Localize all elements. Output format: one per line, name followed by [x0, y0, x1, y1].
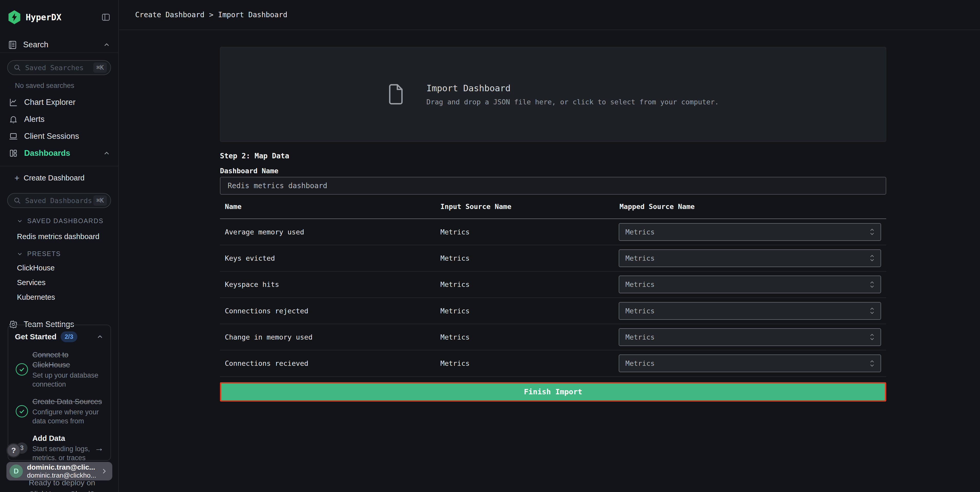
mapping-table-header: Name Input Source Name Mapped Source Nam… — [220, 194, 886, 219]
plus-icon: + — [14, 173, 24, 183]
select-chevrons-icon — [868, 227, 876, 237]
search-icon — [13, 197, 21, 204]
select-chevrons-icon — [868, 306, 876, 315]
step-label: Step 2: Map Data — [220, 152, 886, 160]
chevron-up-icon[interactable] — [103, 149, 110, 157]
journal-search-icon — [8, 40, 17, 49]
dashboard-name-input[interactable] — [220, 177, 886, 194]
mapped-source-select[interactable]: Metrics — [619, 223, 881, 241]
select-chevrons-icon — [868, 359, 876, 368]
breadcrumb: Create Dashboard>Import Dashboard — [135, 11, 287, 19]
get-started-item-connect[interactable]: Connect to ClickHouse Set up your databa… — [15, 350, 104, 389]
chevron-up-icon[interactable] — [96, 333, 104, 341]
saved-dashboards-input[interactable]: Saved Dashboards ⌘K — [7, 193, 111, 208]
select-chevrons-icon — [868, 332, 876, 342]
no-saved-searches-note: No saved searches — [0, 75, 118, 90]
shortcut-badge: ⌘K — [93, 62, 107, 73]
mapped-source-select[interactable]: Metrics — [619, 328, 881, 346]
hyperdx-logo-icon[interactable] — [8, 10, 21, 24]
sidebar-item-kubernetes[interactable]: Kubernetes — [0, 293, 118, 301]
user-email: dominic.tran@clickho... — [27, 471, 100, 479]
get-started-item-add-data[interactable]: 3 Add Data Start sending logs, metrics, … — [15, 433, 104, 461]
search-icon — [13, 64, 21, 72]
sidebar-nav: Chart Explorer Alerts Client Sessions Da… — [0, 94, 118, 166]
laptop-icon — [9, 132, 18, 141]
mapped-source-select[interactable]: Metrics — [619, 302, 881, 320]
presets-header[interactable]: PRESETS — [0, 250, 118, 258]
app-root: HyperDX Search Saved Searches ⌘K No save… — [0, 0, 980, 492]
chevron-down-icon — [16, 218, 23, 225]
help-button[interactable]: ? — [6, 443, 21, 457]
main-area: Create Dashboard>Import Dashboard Import… — [119, 0, 980, 492]
import-content: Import Dashboard Drag and drop a JSON fi… — [220, 47, 886, 401]
sidebar-item-alerts[interactable]: Alerts — [0, 111, 118, 128]
logo-row: HyperDX — [0, 0, 118, 24]
get-started-header[interactable]: Get Started 2/3 — [15, 331, 104, 342]
select-chevrons-icon — [868, 253, 876, 263]
chart-icon — [9, 98, 18, 107]
json-dropzone[interactable]: Import Dashboard Drag and drop a JSON fi… — [220, 47, 886, 142]
dashboard-name-label: Dashboard Name — [220, 167, 886, 175]
check-circle-icon — [15, 404, 29, 418]
saved-searches-input[interactable]: Saved Searches ⌘K — [7, 60, 111, 75]
get-started-panel: Get Started 2/3 Connect to ClickHouse Se… — [8, 325, 111, 461]
presets-list: ClickHouse Services Kubernetes — [0, 264, 118, 301]
shortcut-badge: ⌘K — [93, 195, 107, 205]
breadcrumb-import-dashboard: Import Dashboard — [218, 11, 288, 19]
breadcrumb-separator: > — [209, 11, 213, 19]
check-circle-icon — [15, 363, 29, 376]
breadcrumb-create-dashboard[interactable]: Create Dashboard — [135, 11, 205, 19]
sidebar-search-label: Search — [23, 40, 103, 49]
saved-dashboards-placeholder: Saved Dashboards — [25, 197, 93, 205]
get-started-item-sources[interactable]: Create Data Sources Configure where your… — [15, 396, 104, 426]
table-row: Connections rejected Metrics Metrics — [220, 298, 886, 324]
mapped-source-select[interactable]: Metrics — [619, 355, 881, 372]
sidebar-item-search[interactable]: Search — [0, 37, 118, 53]
sidebar-item-dashboards[interactable]: Dashboards — [0, 145, 118, 162]
user-name: dominic.tran@clic... — [27, 463, 100, 471]
arrow-right-icon: → — [95, 443, 104, 454]
lightning-bolt-icon — [11, 13, 18, 22]
finish-import-button[interactable]: Finish Import — [220, 382, 886, 401]
create-dashboard-button[interactable]: + Create Dashboard — [0, 170, 118, 186]
saved-searches-placeholder: Saved Searches — [25, 64, 93, 72]
select-chevrons-icon — [868, 280, 876, 289]
topbar: Create Dashboard>Import Dashboard — [119, 0, 980, 30]
sidebar-item-redis-metrics-dashboard[interactable]: Redis metrics dashboard — [0, 232, 118, 241]
table-row: Change in memory used Metrics Metrics — [220, 324, 886, 350]
sidebar-item-services[interactable]: Services — [0, 279, 118, 287]
table-row: Keys evicted Metrics Metrics — [220, 245, 886, 271]
chevron-up-icon[interactable] — [103, 41, 110, 49]
table-row: Connections recieved Metrics Metrics — [220, 350, 886, 377]
mapped-source-select[interactable]: Metrics — [619, 249, 881, 267]
sidebar-item-clickhouse[interactable]: ClickHouse — [0, 264, 118, 272]
brand-title: HyperDX — [26, 12, 101, 22]
chevron-right-icon — [100, 468, 108, 475]
avatar: D — [10, 465, 23, 478]
user-menu[interactable]: D dominic.tran@clic... dominic.tran@clic… — [6, 462, 112, 481]
progress-badge: 2/3 — [60, 331, 77, 342]
mapped-source-select[interactable]: Metrics — [619, 275, 881, 293]
dropzone-title: Import Dashboard — [426, 83, 719, 93]
table-row: Average memory used Metrics Metrics — [220, 219, 886, 245]
file-icon — [388, 83, 404, 106]
bell-icon — [9, 115, 18, 124]
saved-dashboards-header[interactable]: SAVED DASHBOARDS — [0, 217, 118, 225]
sidebar-item-chart-explorer[interactable]: Chart Explorer — [0, 94, 118, 111]
sidebar-item-client-sessions[interactable]: Client Sessions — [0, 128, 118, 145]
collapse-sidebar-icon[interactable] — [101, 13, 110, 22]
dropzone-subtitle: Drag and drop a JSON file here, or click… — [426, 98, 719, 106]
table-row: Keyspace hits Metrics Metrics — [220, 272, 886, 298]
sidebar: HyperDX Search Saved Searches ⌘K No save… — [0, 0, 119, 492]
chevron-down-icon — [16, 251, 23, 257]
dashboard-grid-icon — [9, 148, 18, 158]
